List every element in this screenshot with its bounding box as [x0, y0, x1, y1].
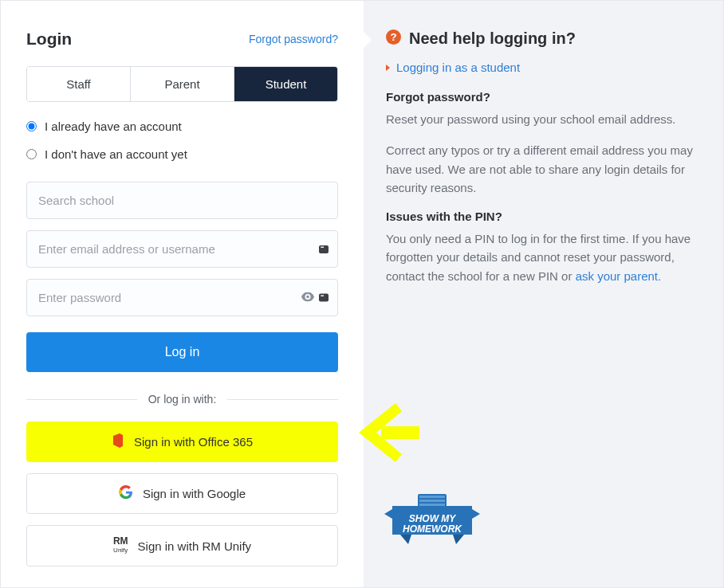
- svg-rect-4: [419, 496, 445, 498]
- sso-divider-label: Or log in with:: [137, 393, 228, 406]
- help-pin-paragraph: You only need a PIN to log in for the fi…: [386, 229, 699, 285]
- search-school-input[interactable]: [26, 182, 338, 219]
- radio-have-account-input[interactable]: [26, 121, 37, 131]
- tab-parent[interactable]: Parent: [131, 67, 234, 101]
- logo-line2: HOMEWORK: [403, 523, 462, 535]
- tab-staff[interactable]: Staff: [27, 67, 131, 101]
- ask-parent-link[interactable]: ask your parent: [576, 269, 658, 283]
- radio-no-account-input[interactable]: [26, 149, 37, 159]
- radio-no-account[interactable]: I don't have an account yet: [26, 147, 338, 161]
- role-tabs: Staff Parent Student: [26, 66, 338, 102]
- help-forgot-p1: Reset your password using your school em…: [386, 110, 699, 128]
- svg-rect-6: [419, 504, 445, 506]
- google-icon: [119, 485, 133, 502]
- sso-office365-button[interactable]: Sign in with Office 365: [26, 421, 338, 462]
- radio-have-account[interactable]: I already have an account: [26, 120, 338, 133]
- tab-student[interactable]: Student: [234, 67, 337, 101]
- radio-have-account-label: I already have an account: [45, 120, 182, 133]
- help-header: ? Need help logging in?: [386, 29, 699, 48]
- radio-no-account-label: I don't have an account yet: [45, 147, 187, 161]
- email-input[interactable]: [26, 230, 338, 268]
- help-panel: ? Need help logging in? Logging in as a …: [364, 1, 723, 587]
- login-header: Login Forgot password?: [26, 29, 338, 49]
- svg-text:?: ?: [390, 31, 396, 43]
- keyboard-icon: [319, 294, 329, 302]
- forgot-password-link[interactable]: Forgot password?: [249, 33, 338, 45]
- eye-icon[interactable]: [301, 292, 314, 304]
- sso-divider: Or log in with:: [26, 393, 338, 406]
- help-link-row: Logging in as a student: [386, 61, 699, 74]
- help-forgot-heading: Forgot password?: [386, 90, 699, 104]
- help-icon: ?: [386, 29, 401, 48]
- password-input[interactable]: [26, 279, 338, 316]
- office-icon: [112, 433, 124, 450]
- login-button[interactable]: Log in: [26, 332, 338, 372]
- sso-office365-label: Sign in with Office 365: [134, 435, 253, 449]
- svg-rect-5: [419, 500, 445, 502]
- svg-point-0: [306, 295, 309, 298]
- help-student-link[interactable]: Logging in as a student: [396, 61, 520, 74]
- password-icons: [301, 292, 329, 304]
- sso-rmunify-button[interactable]: RMUnify Sign in with RM Unify: [26, 525, 338, 566]
- rmunify-icon: RMUnify: [113, 537, 128, 555]
- help-pin-heading: Issues with the PIN?: [386, 210, 699, 223]
- login-title: Login: [26, 29, 72, 49]
- chevron-right-icon: [386, 65, 390, 71]
- sso-rmunify-label: Sign in with RM Unify: [138, 539, 252, 553]
- panel-notch: [362, 30, 372, 49]
- sso-google-button[interactable]: Sign in with Google: [26, 473, 338, 514]
- page-container: Login Forgot password? Staff Parent Stud…: [0, 0, 724, 588]
- help-forgot-p2: Correct any typos or try a different ema…: [386, 141, 699, 197]
- help-pin-suffix: .: [658, 269, 661, 283]
- brand-logo: SHOW MY HOMEWORK: [384, 490, 480, 557]
- sso-google-label: Sign in with Google: [143, 487, 246, 500]
- logo-line1: SHOW MY: [409, 513, 457, 524]
- help-title: Need help logging in?: [409, 29, 576, 48]
- keyboard-icon: [319, 245, 329, 253]
- login-panel: Login Forgot password? Staff Parent Stud…: [1, 1, 364, 587]
